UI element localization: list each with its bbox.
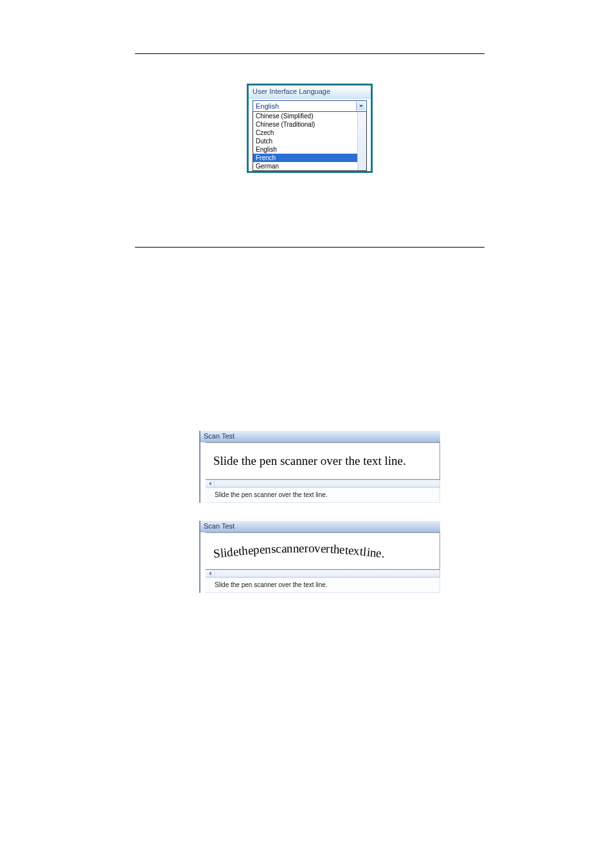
header-right: Amharic	[459, 21, 484, 29]
hidden-subtitle	[135, 347, 484, 358]
scan-test-title: Scan Test	[200, 431, 440, 442]
list-item-selected[interactable]: French	[253, 154, 366, 162]
scan-good-text: Slide the pen scanner over the text line…	[213, 454, 406, 468]
scan-test-canvas-good: Slide the pen scanner over the text line…	[206, 442, 440, 480]
scrollbar-horizontal[interactable]	[206, 480, 440, 487]
scan-result-text: Slide the pen scanner over the text line…	[206, 577, 440, 593]
scan-test-bad: Scan Test Slide the pen scanner over the…	[199, 521, 440, 593]
language-panel: User Interface Language English Chinese …	[247, 84, 373, 173]
scan-test-title: Scan Test	[200, 521, 440, 532]
language-select-value: English	[256, 102, 279, 110]
scrollbar-horizontal[interactable]	[206, 570, 440, 577]
scan-result-text: Slide the pen scanner over the text line…	[206, 487, 440, 503]
hidden-body	[135, 255, 484, 300]
list-item[interactable]: Dutch	[253, 137, 366, 145]
language-select[interactable]: English	[253, 100, 367, 112]
chevron-down-icon[interactable]	[356, 102, 365, 111]
language-panel-title: User Interface Language	[249, 86, 371, 99]
divider-top	[135, 53, 484, 54]
scan-bad-text: Slide the pen scanner over the text line…	[213, 544, 385, 558]
list-item[interactable]: Czech	[253, 129, 366, 137]
divider-mid	[135, 247, 484, 248]
list-item[interactable]: German	[253, 162, 366, 170]
hidden-paragraph: To change the user interface language, s…	[135, 181, 484, 192]
language-dropdown-list[interactable]: Chinese (Simplified) Chinese (Traditiona…	[253, 112, 367, 171]
section-title-ui-language: 3. User Interface language	[135, 66, 484, 77]
list-item[interactable]: Chinese (Traditional)	[253, 120, 366, 129]
hidden-note: Note: you need to restart the applicatio…	[135, 320, 484, 329]
page-number: 5	[0, 833, 613, 842]
list-item[interactable]: Chinese (Simplified)	[253, 112, 366, 120]
hidden-body-2	[135, 366, 484, 422]
chevron-left-icon[interactable]	[206, 570, 215, 577]
chevron-left-icon[interactable]	[206, 480, 215, 487]
list-item[interactable]: English	[253, 145, 366, 154]
section-title-activate: 4. Activate the IRISPen	[135, 228, 484, 246]
scrollbar[interactable]	[357, 112, 366, 170]
scan-test-canvas-bad: Slide the pen scanner over the text line…	[206, 532, 440, 570]
scan-test-good: Scan Test Slide the pen scanner over the…	[199, 431, 440, 503]
header-left: IRISPen Executive 7 – User Guide	[135, 21, 244, 29]
